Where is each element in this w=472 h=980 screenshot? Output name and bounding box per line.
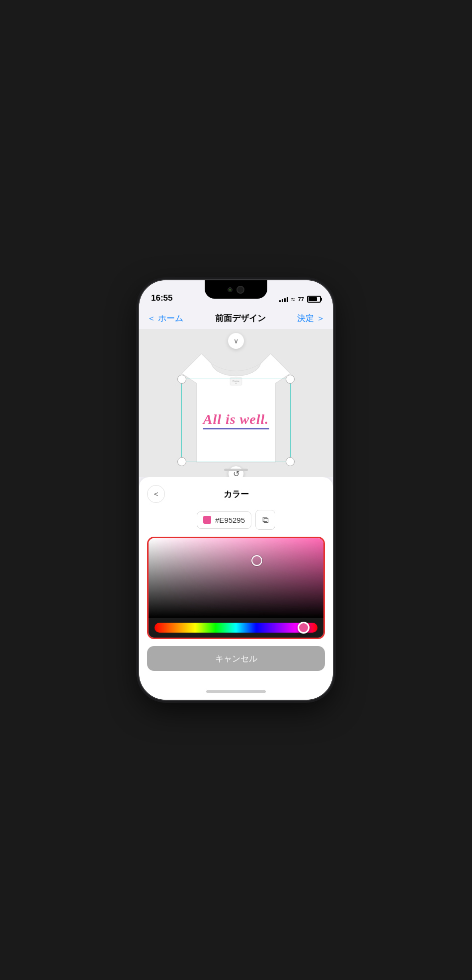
chevron-down-icon: ∨: [234, 337, 238, 345]
hue-slider-row[interactable]: [149, 618, 323, 638]
status-time: 16:55: [151, 293, 172, 303]
handle-bottom-left[interactable]: [177, 457, 186, 466]
phone-frame: 16:55 ≈ 77 ＜ ホーム 前面: [139, 280, 333, 700]
signal-bars: [279, 296, 288, 302]
collapse-button[interactable]: ∨: [228, 333, 244, 349]
cancel-button[interactable]: キャンセル: [147, 646, 325, 671]
dynamic-island: [205, 280, 267, 299]
battery-fill: [309, 297, 317, 301]
color-input-row: #E95295 ⧉: [147, 510, 325, 530]
wifi-icon: ≈: [291, 295, 295, 303]
signal-bar-4: [287, 297, 288, 302]
color-gradient-area[interactable]: [149, 538, 323, 618]
design-text-container: All is well.: [203, 411, 269, 429]
action-button[interactable]: 決定 ＞: [297, 313, 325, 324]
bottom-panel: ＜ カラー #E95295 ⧉: [139, 477, 333, 683]
design-text: All is well.: [203, 411, 269, 429]
panel-back-button[interactable]: ＜: [147, 485, 165, 503]
color-swatch: [203, 516, 211, 524]
main-content: ∨ Printstar M: [139, 329, 333, 700]
color-picker-wrapper[interactable]: [147, 537, 325, 639]
panel-header-row: ＜ カラー: [147, 485, 325, 503]
notch-led: [228, 287, 233, 292]
drag-indicator: [224, 469, 248, 471]
nav-bar: ＜ ホーム 前面デザイン 決定 ＞: [139, 307, 333, 329]
canvas-area[interactable]: ∨ Printstar M: [139, 329, 333, 477]
copy-icon: ⧉: [262, 515, 269, 525]
nav-title: 前面デザイン: [215, 313, 266, 324]
signal-bar-2: [282, 299, 283, 302]
battery-icon: [307, 296, 321, 303]
home-indicator: [139, 683, 333, 700]
signal-bar-3: [284, 298, 286, 302]
panel-title: カラー: [165, 489, 307, 500]
copy-button[interactable]: ⧉: [255, 510, 275, 530]
status-icons: ≈ 77: [279, 295, 321, 303]
color-hex-text: #E95295: [215, 516, 245, 524]
signal-bar-1: [279, 300, 281, 302]
design-selection-box[interactable]: All is well. ↺: [181, 379, 291, 462]
battery-percentage: 77: [298, 296, 304, 302]
notch-camera: [236, 286, 244, 294]
handle-top-left[interactable]: [177, 375, 186, 384]
status-bar: 16:55 ≈ 77: [139, 280, 333, 307]
handle-bottom-right[interactable]: [286, 457, 295, 466]
tshirt-container: Printstar M All is well. ↺: [166, 339, 306, 477]
phone-screen: 16:55 ≈ 77 ＜ ホーム 前面: [139, 280, 333, 700]
back-button[interactable]: ＜ ホーム: [147, 313, 183, 324]
hue-thumb[interactable]: [298, 622, 310, 634]
color-hex-field[interactable]: #E95295: [197, 511, 251, 529]
cancel-label: キャンセル: [215, 653, 257, 664]
hue-slider[interactable]: [155, 623, 317, 633]
chevron-left-icon: ＜: [152, 489, 160, 499]
handle-top-right[interactable]: [286, 375, 295, 384]
home-bar: [206, 690, 266, 693]
color-picker-cursor[interactable]: [251, 555, 262, 566]
